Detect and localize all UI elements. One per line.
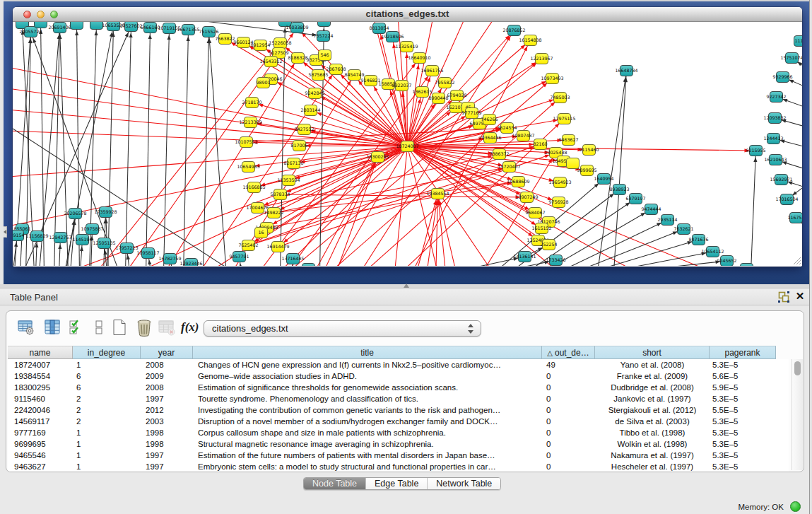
column-header-title[interactable]: title xyxy=(193,346,542,359)
table-settings-icon[interactable] xyxy=(16,317,36,337)
graph-node[interactable] xyxy=(71,22,83,30)
graph-node[interactable]: 12942757 xyxy=(49,233,71,243)
graph-node[interactable]: 9463627 xyxy=(558,135,578,146)
table-row[interactable]: 1872400712008Changes of HCN gene express… xyxy=(8,359,789,370)
table-row[interactable]: 2242004622012Investigating the contribut… xyxy=(8,404,789,416)
graph-node[interactable]: 8938923 xyxy=(609,185,629,195)
graph-node[interactable]: 10807487 xyxy=(512,131,534,141)
graph-node[interactable]: 6466160 xyxy=(140,23,160,33)
scrollbar-thumb[interactable] xyxy=(794,361,801,375)
graph-node[interactable]: 2867608 xyxy=(326,64,346,75)
table-row[interactable]: 977716911998Corpus callosum shape and si… xyxy=(8,427,789,438)
column-header-name[interactable]: name xyxy=(8,346,73,359)
graph-node[interactable]: 1145194 xyxy=(72,235,92,245)
graph-node[interactable]: 15226058 xyxy=(269,38,291,49)
graph-node[interactable]: 17975115 xyxy=(553,114,575,124)
graph-node[interactable]: 546 xyxy=(319,50,331,61)
graph-node[interactable]: 11156829 xyxy=(25,231,48,242)
column-header-out_de[interactable]: △out_de… xyxy=(542,346,595,359)
tab-network-table[interactable]: Network Table xyxy=(428,478,500,489)
float-window-icon[interactable] xyxy=(778,291,790,303)
graph-node[interactable]: 8186328 xyxy=(288,53,307,64)
graph-node[interactable]: 12093832 xyxy=(763,113,786,124)
graph-node[interactable]: 8471676 xyxy=(688,235,708,245)
graph-node[interactable]: 9227342 xyxy=(766,92,786,103)
graph-node[interactable]: 12505135 xyxy=(93,238,115,249)
graph-node[interactable]: 82160 xyxy=(533,139,547,150)
graph-node[interactable]: 10688609 xyxy=(507,177,529,187)
graph-node[interactable]: 12213967 xyxy=(530,54,553,64)
graph-node[interactable]: 746266 xyxy=(481,115,498,125)
table-row[interactable]: 969969511998Structural magnetic resonanc… xyxy=(8,438,789,450)
graph-node[interactable]: 9245652 xyxy=(717,256,736,267)
graph-node[interactable]: 16210643 xyxy=(764,155,787,165)
graph-node[interactable]: 7625402 xyxy=(238,240,258,251)
unselect-all-columns-icon[interactable] xyxy=(90,317,110,337)
graph-node[interactable]: 2803144 xyxy=(300,105,320,116)
graph-node[interactable]: 11353594 xyxy=(277,175,300,186)
table-select-dropdown[interactable]: citations_edges.txt xyxy=(204,320,481,337)
graph-node[interactable]: 20206578 xyxy=(64,209,86,219)
column-header-pagerank[interactable]: pagerank xyxy=(710,346,776,359)
graph-node[interactable]: 9457791 xyxy=(229,252,249,262)
table-row[interactable]: 911546021997Tourette syndrome. Phenomeno… xyxy=(8,393,789,404)
tab-edge-table[interactable]: Edge Table xyxy=(366,478,428,489)
graph-node[interactable]: 6379197 xyxy=(625,194,645,204)
network-canvas[interactable]: 2405572420691406106535261752760264661601… xyxy=(13,22,802,266)
graph-node[interactable]: 12213369 xyxy=(239,117,261,128)
delete-table-icon[interactable] xyxy=(157,317,177,337)
show-columns-icon[interactable] xyxy=(42,317,62,337)
graph-node[interactable]: 98901 xyxy=(256,78,270,88)
graph-node[interactable]: 1244413 xyxy=(763,134,783,144)
table-row[interactable]: 946554611997Estimation of the future num… xyxy=(8,450,789,461)
graph-node[interactable] xyxy=(302,264,315,267)
graph-node[interactable]: 252254 xyxy=(540,240,557,250)
graph-node[interactable]: 20691406 xyxy=(48,23,71,33)
tab-node-table[interactable]: Node Table xyxy=(304,478,366,489)
select-all-columns-icon[interactable] xyxy=(67,317,87,337)
graph-node[interactable] xyxy=(318,22,331,27)
graph-node[interactable]: 8990448 xyxy=(428,93,448,104)
graph-node[interactable]: 10975887 xyxy=(81,224,103,235)
graph-node[interactable]: 9329966 xyxy=(772,72,792,83)
graph-node[interactable]: 15692971 xyxy=(770,175,792,185)
network-view-window[interactable]: citations_edges.txt 24055724206914061065… xyxy=(13,7,802,267)
network-window-titlebar[interactable]: citations_edges.txt xyxy=(13,7,802,22)
table-row[interactable]: 1456911722003Disruption of a novel membe… xyxy=(8,416,789,427)
graph-node[interactable]: 5875685 xyxy=(308,70,328,81)
graph-node[interactable]: 18640910 xyxy=(408,53,430,64)
graph-node[interactable] xyxy=(90,22,103,30)
graph-node[interactable]: 6794028 xyxy=(447,90,466,101)
graph-node[interactable]: 7357224 xyxy=(313,31,333,42)
graph-node[interactable]: 7485003 xyxy=(550,93,570,103)
graph-node[interactable]: 9115460 xyxy=(579,145,599,156)
graph-node[interactable]: 15751074 xyxy=(780,53,802,64)
graph-node[interactable]: 116753 xyxy=(787,213,802,223)
graph-node[interactable]: 20876852 xyxy=(502,25,525,36)
graph-node[interactable]: 16961755 xyxy=(420,66,443,76)
delete-columns-icon[interactable] xyxy=(134,317,153,337)
table-row[interactable]: 946362711997Embryonic stem cells: a mode… xyxy=(8,461,789,472)
table-row[interactable]: 1830029562008Estimation of significance … xyxy=(8,382,789,393)
network-graph[interactable]: 2405572420691406106535261752760264661601… xyxy=(13,22,802,266)
column-header-year[interactable]: year xyxy=(141,346,193,359)
graph-node[interactable]: 17016504 xyxy=(775,194,798,205)
graph-node[interactable] xyxy=(35,22,47,28)
function-builder-icon[interactable]: f(x) xyxy=(180,317,199,337)
graph-node[interactable]: 19166885 xyxy=(242,182,265,193)
collapse-panel-arrow-icon[interactable] xyxy=(4,226,7,238)
graph-node[interactable]: 1112 xyxy=(794,36,803,47)
table-vertical-scrollbar[interactable] xyxy=(792,359,803,470)
create-column-icon[interactable] xyxy=(110,317,129,337)
close-traffic-light[interactable] xyxy=(23,11,31,18)
close-icon[interactable]: ✕ xyxy=(794,290,806,303)
graph-node[interactable]: 8427552 xyxy=(294,124,314,135)
graph-node[interactable]: 16154838 xyxy=(519,35,541,46)
graph-node[interactable]: 2718170 xyxy=(242,98,261,108)
graph-node[interactable]: 8215955 xyxy=(746,146,765,156)
column-header-in_degree[interactable]: in_degree xyxy=(73,346,141,359)
graph-node[interactable]: 1640954 xyxy=(594,174,613,185)
graph-node[interactable]: 7632621 xyxy=(673,224,693,235)
graph-node[interactable]: 10107552 xyxy=(235,137,257,148)
window-resize-grip[interactable] xyxy=(792,256,801,265)
